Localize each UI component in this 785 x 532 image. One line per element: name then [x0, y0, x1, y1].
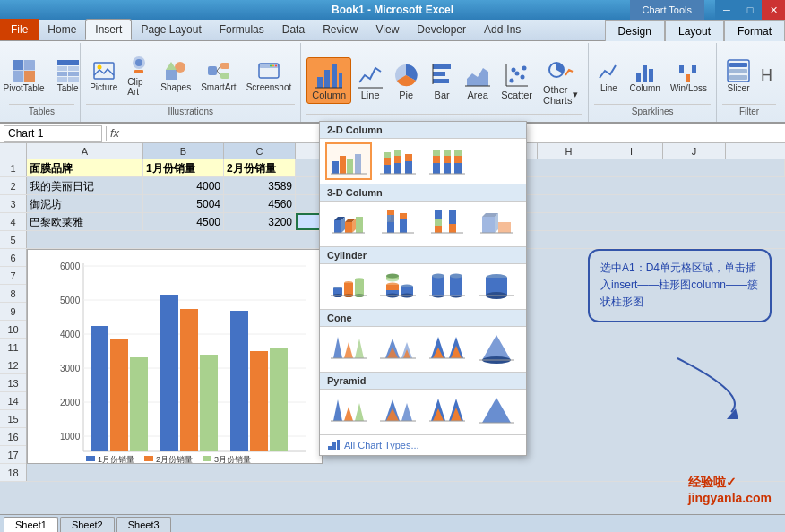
sheet-tab-1[interactable]: Sheet1: [4, 517, 58, 532]
other-charts-button[interactable]: Other Charts ▾: [539, 53, 582, 108]
watermark-line2: jingyanla.com: [688, 491, 772, 505]
sparkline-column-button[interactable]: Column: [625, 56, 663, 95]
row-num-6: 6: [0, 249, 26, 267]
tab-page-layout[interactable]: Page Layout: [132, 19, 210, 40]
pyramid-3d-thumb[interactable]: [473, 393, 520, 431]
scatter-chart-button[interactable]: Scatter: [496, 58, 537, 103]
3d-stacked-thumb[interactable]: [375, 205, 421, 243]
cell-a1[interactable]: 面膜品牌: [27, 159, 143, 176]
shapes-icon: [164, 59, 187, 82]
slicer-icon: [726, 58, 751, 83]
embedded-chart[interactable]: 6000 5000 4000 3000 2000 1000: [27, 249, 323, 464]
2d-100pct-thumb[interactable]: [424, 142, 470, 180]
cylinder-thumbs: [320, 264, 526, 310]
picture-label: Picture: [90, 82, 117, 92]
tab-home[interactable]: Home: [39, 19, 85, 40]
sparkline-winloss-button[interactable]: Win/Loss: [667, 56, 711, 95]
column-chart-button[interactable]: Column: [306, 57, 351, 104]
svg-rect-205: [328, 446, 332, 450]
close-button[interactable]: ✕: [762, 0, 785, 20]
svg-rect-2: [24, 60, 35, 70]
tab-data[interactable]: Data: [273, 19, 314, 40]
3d-column-thumbs: [320, 202, 526, 247]
all-chart-types-footer[interactable]: All Chart Types...: [320, 435, 526, 455]
2d-stacked-thumb[interactable]: [375, 142, 421, 180]
cylinder-100pct-thumb[interactable]: [424, 268, 470, 305]
cell-a2[interactable]: 我的美丽日记: [27, 177, 143, 194]
svg-point-43: [509, 78, 513, 82]
cone-3d-thumb[interactable]: [473, 330, 520, 368]
pyramid-100pct-thumb[interactable]: [424, 393, 470, 431]
cylinder-clustered-thumb[interactable]: [325, 268, 372, 305]
cell-b3[interactable]: 5004: [143, 195, 224, 212]
area-chart-button[interactable]: Area: [461, 58, 495, 103]
svg-point-18: [175, 62, 185, 73]
tab-layout[interactable]: Layout: [665, 20, 724, 41]
tab-formulas[interactable]: Formulas: [211, 19, 273, 40]
cell-a3[interactable]: 御泥坊: [27, 195, 143, 212]
column-chart-dropdown[interactable]: 2-D Column 3-D Column: [319, 121, 527, 456]
cell-c1[interactable]: 2月份销量: [224, 159, 296, 176]
screenshot-button[interactable]: Screenshot: [243, 57, 296, 94]
pyramid-stacked-thumb[interactable]: [375, 393, 421, 431]
cell-b2[interactable]: 4000: [143, 177, 224, 194]
tab-developer[interactable]: Developer: [408, 19, 475, 40]
svg-rect-56: [692, 65, 696, 73]
3d-100pct-thumb[interactable]: [424, 205, 470, 243]
watermark: 经验啦✓ jingyanla.com: [688, 475, 772, 505]
svg-rect-80: [200, 355, 218, 451]
svg-marker-117: [345, 222, 352, 233]
2d-clustered-thumb[interactable]: [325, 142, 372, 180]
tab-insert[interactable]: Insert: [85, 19, 132, 40]
cone-clustered-thumb[interactable]: [325, 330, 372, 368]
smartart-button[interactable]: SmartArt: [197, 57, 239, 94]
3d-full-thumb[interactable]: [473, 205, 520, 243]
tab-format[interactable]: Format: [724, 20, 785, 41]
cone-stacked-thumb[interactable]: [375, 330, 421, 368]
cell-c4[interactable]: 3200: [224, 213, 296, 230]
svg-rect-90: [332, 161, 339, 174]
table-button[interactable]: Table: [52, 56, 84, 95]
tab-review[interactable]: Review: [314, 19, 367, 40]
sheet-tab-3[interactable]: Sheet3: [116, 517, 171, 532]
clip-art-button[interactable]: Clip Art: [124, 52, 154, 99]
picture-button[interactable]: Picture: [86, 57, 121, 94]
maximize-button[interactable]: □: [738, 0, 762, 20]
svg-marker-190: [333, 399, 342, 421]
tab-file[interactable]: File: [0, 19, 39, 40]
pyramid-clustered-thumb[interactable]: [325, 393, 372, 431]
name-box[interactable]: [4, 125, 102, 142]
3d-clustered-thumb[interactable]: [325, 205, 372, 243]
cylinder-3d-thumb[interactable]: [473, 268, 520, 305]
sparkline-line-button[interactable]: Line: [594, 56, 623, 95]
pivot-table-button[interactable]: PivotTable: [0, 56, 48, 95]
slicer-button[interactable]: Slicer: [722, 56, 755, 95]
cell-b1[interactable]: 1月份销量: [143, 159, 224, 176]
cone-100pct-thumb[interactable]: [424, 330, 470, 368]
svg-rect-77: [130, 357, 148, 451]
cell-a4[interactable]: 巴黎欧莱雅: [27, 213, 143, 230]
col-header-c: C: [224, 143, 296, 159]
tab-add-ins[interactable]: Add-Ins: [475, 19, 530, 40]
pie-chart-button[interactable]: Pie: [389, 58, 423, 103]
minimize-button[interactable]: ─: [715, 0, 738, 20]
hyperlink-button[interactable]: H: [757, 64, 776, 87]
illustrations-group-label: Illustrations: [86, 104, 295, 118]
cell-c3[interactable]: 4560: [224, 195, 296, 212]
sheet-tab-2[interactable]: Sheet2: [60, 517, 115, 532]
tab-view[interactable]: View: [367, 19, 409, 40]
bar-chart-button[interactable]: Bar: [425, 58, 459, 103]
section-cone: Cone: [320, 310, 526, 327]
svg-text:5000: 5000: [60, 296, 81, 305]
cell-c2[interactable]: 3589: [224, 177, 296, 194]
svg-rect-5: [57, 60, 79, 65]
svg-rect-54: [679, 65, 684, 73]
cylinder-stacked-thumb[interactable]: [375, 268, 421, 305]
cell-b4[interactable]: 4500: [143, 213, 224, 230]
row-num-10: 10: [0, 321, 26, 339]
line-chart-button[interactable]: Line: [353, 58, 387, 103]
cell-rest-18[interactable]: [27, 464, 785, 481]
shapes-button[interactable]: Shapes: [157, 57, 194, 94]
pivot-table-icon: [12, 58, 37, 83]
tab-design[interactable]: Design: [605, 20, 665, 41]
